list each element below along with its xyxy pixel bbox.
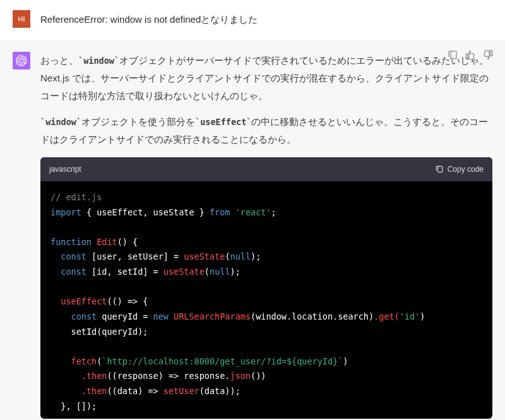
code-token: }, []); bbox=[61, 401, 97, 411]
assistant-avatar bbox=[13, 52, 30, 69]
text: オブジェクトを使う部分を bbox=[81, 116, 195, 127]
code-token: new bbox=[153, 311, 169, 321]
thumbs-up-icon[interactable] bbox=[465, 49, 476, 61]
user-message-text: ReferenceError: window is not definedとなり… bbox=[40, 10, 258, 28]
code-language-label: javascript bbox=[49, 162, 81, 176]
code-header: javascript Copy code bbox=[40, 157, 492, 181]
code-token: .then bbox=[81, 386, 107, 396]
clipboard-icon[interactable] bbox=[447, 49, 458, 61]
thumbs-down-icon[interactable] bbox=[482, 49, 494, 61]
code-token: fetch bbox=[71, 356, 97, 366]
user-message-row: HI ReferenceError: window is not defined… bbox=[0, 0, 505, 40]
code-token: json bbox=[230, 371, 251, 381]
openai-icon bbox=[16, 55, 27, 66]
code-token: ((response) => response. bbox=[107, 371, 230, 381]
code-token: queryId = bbox=[97, 311, 153, 321]
code-token: .get( bbox=[374, 311, 400, 321]
code-token: null bbox=[210, 267, 230, 277]
assistant-content: おっと、`window`オブジェクトがサーバーサイドで実行されているためにエラー… bbox=[40, 52, 492, 419]
svg-rect-0 bbox=[437, 166, 442, 172]
code-token: 'react' bbox=[235, 207, 271, 217]
code-token: useState bbox=[184, 251, 225, 261]
copy-code-button[interactable]: Copy code bbox=[435, 162, 484, 176]
code-token: setUser bbox=[163, 386, 199, 396]
code-token: URLSearchParams bbox=[174, 311, 251, 321]
code-token: setId(queryId); bbox=[71, 327, 148, 337]
svg-rect-1 bbox=[451, 51, 456, 59]
clipboard-icon bbox=[435, 165, 444, 174]
code-token: const bbox=[71, 311, 97, 321]
code-token: import bbox=[50, 207, 81, 217]
assistant-message-row: おっと、`window`オブジェクトがサーバーサイドで実行されているためにエラー… bbox=[0, 40, 505, 420]
code-token: .then bbox=[81, 371, 107, 381]
code-token: [user, setUser] = bbox=[86, 251, 184, 261]
code-token: `http://localhost:8000/get_user/?id=${qu… bbox=[102, 356, 343, 366]
text: おっと、 bbox=[40, 55, 78, 66]
code-token: // edit.js bbox=[50, 192, 102, 202]
assistant-paragraph: おっと、`window`オブジェクトがサーバーサイドで実行されているためにエラー… bbox=[40, 52, 492, 104]
code-token: null bbox=[230, 251, 251, 261]
copy-code-label: Copy code bbox=[448, 162, 484, 176]
code-token: ((data) => bbox=[107, 386, 163, 396]
code-block: javascript Copy code // edit.js import {… bbox=[40, 157, 492, 419]
inline-code: `window` bbox=[40, 117, 81, 127]
message-actions bbox=[447, 49, 494, 61]
code-token: Edit bbox=[97, 237, 117, 247]
code-body[interactable]: // edit.js import { useEffect, useState … bbox=[40, 181, 492, 419]
assistant-paragraph: `window`オブジェクトを使う部分を`useEffect`の中に移動させると… bbox=[40, 113, 492, 148]
code-token: (data)); bbox=[199, 386, 241, 396]
code-token: { useEffect, useState } bbox=[81, 207, 210, 217]
code-token: useState bbox=[163, 267, 205, 277]
code-token: const bbox=[61, 267, 86, 277]
code-token: [id, setId] = bbox=[86, 267, 163, 277]
code-token: function bbox=[50, 237, 92, 247]
code-token: window.location.search bbox=[256, 311, 369, 321]
code-token: from bbox=[210, 207, 230, 217]
code-token: const bbox=[61, 251, 86, 261]
code-token: useEffect bbox=[61, 296, 107, 306]
user-avatar: HI bbox=[13, 10, 30, 28]
inline-code: `window` bbox=[78, 56, 119, 66]
code-token: 'id' bbox=[400, 311, 420, 321]
inline-code: `useEffect` bbox=[195, 117, 251, 127]
code-token: (() => { bbox=[107, 296, 148, 306]
